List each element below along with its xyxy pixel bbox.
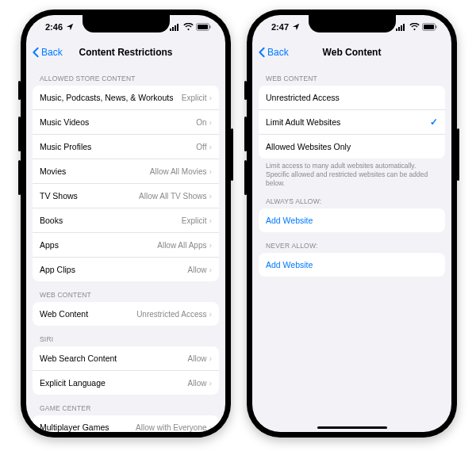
row-label: Books [40,216,182,225]
row-value: Explicit [182,94,207,102]
svg-rect-1 [172,27,174,31]
svg-rect-8 [398,27,400,31]
row-value: Allow All Movies [150,167,207,176]
row-value: Allow [188,266,207,274]
svg-rect-5 [198,25,208,29]
row-value: Allow All TV Shows [139,192,206,201]
row-label: Apps [40,240,157,250]
group-allowed-store: Music, Podcasts, News, & WorkoutsExplici… [33,86,219,281]
section-header-web-content: WEB CONTENT [26,281,225,302]
chevron-right-icon: › [209,354,213,363]
row-value: Explicit [182,216,207,225]
notch [83,15,170,32]
row-tv-shows[interactable]: TV ShowsAllow All TV Shows› [33,183,219,208]
row-label: TV Shows [40,191,139,201]
row-label: Add Website [266,260,438,269]
row-label: Web Content [40,309,136,319]
phone-frame-right: 2:47 Back Web Content WEB CONTENT [247,10,457,438]
row-movies[interactable]: MoviesAllow All Movies› [33,159,219,183]
row-value: Allow All Apps [157,241,206,250]
screen-left: 2:46 Back Content Restrictions ALLOWED S… [26,15,225,432]
group-siri: Web Search ContentAllow› Explicit Langua… [33,346,219,395]
volume-up-button [244,117,247,151]
group-game-center: Multiplayer GamesAllow with Everyone› Ad… [33,415,219,432]
status-time-text: 2:47 [271,22,289,32]
status-time: 2:46 [45,22,75,32]
wifi-icon [183,23,194,31]
home-indicator[interactable] [317,426,387,429]
section-header-never-allow: NEVER ALLOW: [252,232,451,253]
row-allowed-websites-only[interactable]: Allowed Websites Only [259,134,445,159]
row-value: On [196,118,206,127]
notch [309,15,396,32]
nav-bar: Back Content Restrictions [26,39,225,65]
group-never-allow: Add Website [259,253,445,277]
svg-rect-12 [424,25,434,29]
svg-rect-3 [177,24,178,31]
row-label: Web Search Content [40,354,188,363]
status-right [170,23,211,31]
checkmark-icon: ✓ [430,117,438,128]
location-icon [291,23,301,31]
mute-switch [244,81,247,100]
svg-rect-2 [175,25,176,31]
power-button [231,128,233,181]
row-explicit-language[interactable]: Explicit LanguageAllow› [33,370,219,395]
mute-switch [18,81,21,100]
section-header-web-content: WEB CONTENT [252,65,451,86]
row-web-content[interactable]: Web ContentUnrestricted Access› [33,302,219,326]
wifi-icon [409,23,420,31]
volume-down-button [18,160,21,195]
row-books[interactable]: BooksExplicit› [33,208,219,232]
svg-rect-13 [436,25,437,29]
cellular-icon [170,23,181,31]
row-web-search-content[interactable]: Web Search ContentAllow› [33,346,219,370]
chevron-right-icon: › [209,265,213,274]
back-button[interactable]: Back [257,47,289,58]
row-label: Movies [40,166,150,176]
row-label: Multiplayer Games [40,422,136,432]
phone-frame-left: 2:46 Back Content Restrictions ALLOWED S… [21,10,231,438]
svg-rect-10 [403,24,405,31]
chevron-left-icon [257,47,267,58]
chevron-right-icon: › [209,309,213,319]
screen-right: 2:47 Back Web Content WEB CONTENT [252,15,451,432]
row-label: Unrestricted Access [266,93,438,102]
back-label: Back [267,47,289,58]
row-multiplayer-games[interactable]: Multiplayer GamesAllow with Everyone› [33,415,219,432]
battery-icon [196,23,211,31]
chevron-left-icon [31,47,40,58]
chevron-right-icon: › [209,142,213,151]
row-add-website-never[interactable]: Add Website [259,253,445,277]
row-label: Music Profiles [40,142,196,151]
row-music-videos[interactable]: Music VideosOn› [33,109,219,134]
back-label: Back [41,47,63,58]
row-music-podcasts[interactable]: Music, Podcasts, News, & WorkoutsExplici… [33,86,219,109]
row-label: Add Website [266,216,438,225]
volume-up-button [18,117,21,151]
row-unrestricted-access[interactable]: Unrestricted Access [259,86,445,109]
group-web-content-options: Unrestricted Access Limit Adult Websites… [259,86,445,159]
row-label: App Clips [40,265,188,274]
section-footer-web-content: Limit access to many adult websites auto… [252,159,451,188]
row-app-clips[interactable]: App ClipsAllow› [33,257,219,281]
section-header-always-allow: ALWAYS ALLOW: [252,188,451,208]
row-add-website-always[interactable]: Add Website [259,208,445,232]
row-music-profiles[interactable]: Music ProfilesOff› [33,134,219,159]
row-label: Music Videos [40,117,196,127]
chevron-right-icon: › [209,191,213,201]
web-content-scroll[interactable]: WEB CONTENT Unrestricted Access Limit Ad… [252,65,451,432]
group-always-allow: Add Website [259,208,445,232]
status-time-text: 2:46 [45,22,63,32]
chevron-right-icon: › [209,93,213,102]
back-button[interactable]: Back [31,47,63,58]
row-apps[interactable]: AppsAllow All Apps› [33,232,219,257]
section-header-allowed-store: ALLOWED STORE CONTENT [26,65,225,86]
battery-icon [422,23,437,31]
content-restrictions-scroll[interactable]: ALLOWED STORE CONTENT Music, Podcasts, N… [26,65,225,432]
row-limit-adult-websites[interactable]: Limit Adult Websites✓ [259,109,445,134]
svg-rect-6 [209,25,211,29]
svg-rect-0 [170,29,171,31]
group-web-content: Web ContentUnrestricted Access› [33,302,219,326]
power-button [457,128,459,181]
